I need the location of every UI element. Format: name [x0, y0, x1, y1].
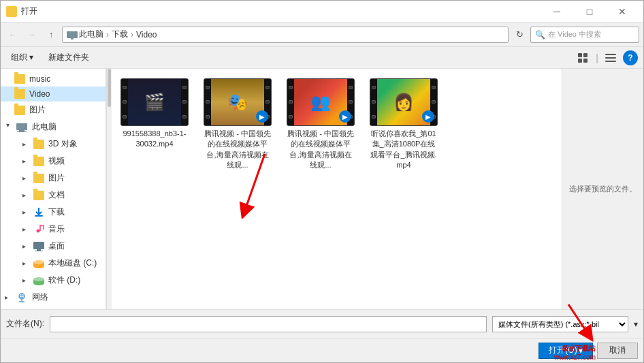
svg-rect-9 [605, 57, 616, 59]
sidebar-label-desktop: 桌面 [48, 240, 65, 252]
sidebar-label-diskc: 本地磁盘 (C:) [48, 257, 97, 269]
film-hole [123, 115, 127, 119]
folder-icon-docs [33, 191, 44, 200]
folder-icon-videos [33, 157, 44, 166]
filetype-dropdown-arrow: ▾ [634, 319, 638, 329]
preview-panel: 选择要预览的文件。 [562, 69, 643, 309]
sidebar-item-music[interactable]: music [1, 72, 106, 86]
desktop-icon [33, 242, 44, 251]
svg-rect-3 [71, 38, 74, 40]
sidebar-item-thispc[interactable]: ▸ 此电脑 [1, 119, 106, 136]
organize-button[interactable]: 组织 ▾ [6, 49, 38, 66]
film-hole [349, 100, 353, 104]
sep2: › [131, 30, 133, 40]
view-button-2[interactable] [601, 50, 620, 66]
sidebar-item-pictures[interactable]: 图片 [1, 101, 106, 119]
new-folder-button[interactable]: 新建文件夹 [44, 49, 94, 66]
sidebar-item-3d[interactable]: ▸ 3D 对象 [1, 136, 106, 153]
search-placeholder: 在 Video 中搜索 [548, 29, 601, 40]
sidebar-label-video: Video [29, 89, 50, 99]
sidebar-item-diskd[interactable]: ▸ 软件 (D:) [1, 272, 106, 289]
folder-icon-3d [33, 140, 44, 149]
svg-rect-7 [583, 59, 587, 63]
sep1: › [106, 30, 109, 40]
expand-arrow-pc: ▸ [5, 124, 12, 131]
expand-arrow-d: ▸ [22, 277, 29, 284]
filename-bar: 文件名(N): 媒体文件(所有类型) (*.asx;*.bil ▾ [1, 309, 643, 338]
svg-rect-16 [33, 242, 44, 249]
file-item-3[interactable]: 👥 ▶ 腾讯视频 - 中国领先的在线视频媒体平台,海量高清视频在线观... [283, 74, 358, 175]
sidebar-item-diskc[interactable]: ▸ 本地磁盘 (C:) [1, 255, 106, 272]
minimize-button[interactable]: ─ [541, 2, 573, 21]
file-item-1[interactable]: 🎬 991558388_nb3-1-30032.mp4 [117, 74, 192, 175]
film-hole [123, 100, 127, 104]
svg-rect-8 [605, 54, 616, 55]
pc-icon [67, 30, 78, 40]
film-hole [432, 100, 436, 104]
address-toolbar: ← → ↑ 此电脑 › 下载 › Video ↻ 🔍 在 Video 中搜索 [1, 22, 643, 47]
sidebar-label-videos: 视频 [48, 155, 65, 167]
film-hole [372, 100, 376, 104]
sidebar-label-music2: 音乐 [48, 223, 65, 235]
expand-arrow-docs: ▸ [22, 191, 29, 199]
film-hole [182, 115, 187, 119]
expand-arrow-dl: ▸ [22, 208, 29, 216]
organize-toolbar: 组织 ▾ 新建文件夹 | ? [1, 47, 643, 69]
network-icon [16, 293, 28, 302]
sidebar-item-docs[interactable]: ▸ 文档 [1, 187, 106, 204]
sidebar-label-pictures: 图片 [29, 104, 46, 116]
file-label-3: 腾讯视频 - 中国领先的在线视频媒体平台,海量高清视频在线观... [287, 129, 354, 171]
filetype-select[interactable]: 媒体文件(所有类型) (*.asx;*.bil [492, 316, 628, 332]
film-hole [432, 86, 436, 89]
sidebar-label-diskd: 软件 (D:) [48, 274, 80, 286]
maximize-button[interactable]: □ [574, 2, 605, 21]
view-separator: | [596, 52, 598, 63]
sidebar-item-downloads[interactable]: ▸ 下载 [1, 204, 106, 221]
play-overlay-2: ▶ [256, 110, 268, 123]
svg-rect-10 [605, 61, 616, 62]
up-button[interactable]: ↑ [43, 27, 59, 43]
search-bar[interactable]: 🔍 在 Video 中搜索 [530, 27, 639, 43]
refresh-button[interactable]: ↻ [511, 27, 528, 43]
thumb-content-1: 🎬 [128, 79, 181, 125]
sidebar-container: music Video 图片 ▸ 此电脑 [1, 69, 112, 309]
file-item-4[interactable]: 👩 ▶ 听说你喜欢我_第01集_高清1080P在线观看平台_腾讯视频.mp4 [366, 74, 441, 175]
svg-rect-13 [17, 131, 27, 132]
title-bar-left: 打开 [6, 5, 37, 17]
main-content: music Video 图片 ▸ 此电脑 [1, 69, 643, 309]
sidebar: music Video 图片 ▸ 此电脑 [1, 69, 106, 309]
svg-rect-6 [578, 59, 582, 63]
film-hole [372, 86, 376, 89]
watermark: 极光下载站 www.xz7.com [554, 344, 596, 361]
film-hole [206, 86, 210, 89]
svg-rect-11 [16, 123, 27, 130]
back-button[interactable]: ← [5, 27, 21, 43]
folder-icon-music [14, 74, 25, 84]
download-icon [33, 208, 44, 217]
sidebar-scrollbar[interactable] [106, 69, 112, 309]
film-strip-left-1 [121, 79, 128, 125]
filename-input[interactable] [50, 316, 487, 332]
sidebar-item-music2[interactable]: ▸ 音乐 [1, 221, 106, 238]
sidebar-item-pics[interactable]: ▸ 图片 [1, 170, 106, 187]
file-item-2[interactable]: 🎭 ▶ 腾讯视频 - 中国领先的在线视频媒体平台,海量高清视频在线观... [200, 74, 275, 175]
file-label-1: 991558388_nb3-1-30032.mp4 [121, 129, 188, 150]
sidebar-item-videos[interactable]: ▸ 视频 [1, 153, 106, 170]
help-button[interactable]: ? [623, 50, 638, 65]
video-thumb-4: 👩 ▶ [370, 78, 438, 126]
film-hole [372, 115, 376, 119]
sidebar-item-network[interactable]: ▸ 网络 [1, 289, 106, 306]
watermark-line1: 极光下载站 [554, 344, 596, 353]
svg-rect-17 [37, 249, 41, 251]
filename-label: 文件名(N): [6, 318, 44, 330]
expand-arrow-music: ▸ [22, 225, 29, 233]
view-button-1[interactable] [574, 50, 593, 66]
forward-button[interactable]: → [24, 27, 40, 43]
sidebar-item-desktop[interactable]: ▸ 桌面 [1, 238, 106, 255]
file-area: 🎬 991558388_nb3-1-30032.mp4 [112, 69, 562, 309]
sidebar-item-video[interactable]: Video [1, 86, 106, 101]
address-bar[interactable]: 此电脑 › 下载 › Video [62, 27, 509, 43]
cancel-button[interactable]: 取消 [597, 343, 638, 359]
sidebar-label-3d: 3D 对象 [48, 138, 78, 150]
close-button[interactable]: ✕ [607, 2, 638, 21]
